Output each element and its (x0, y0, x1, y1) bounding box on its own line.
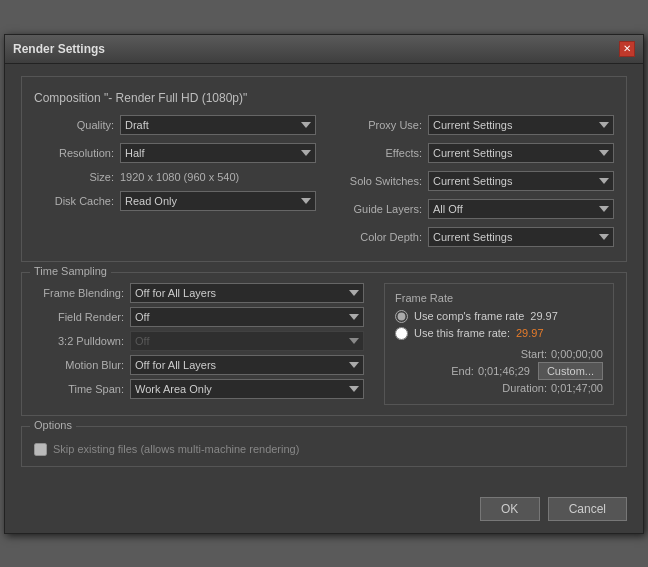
time-sampling-title: Time Sampling (30, 265, 111, 277)
custom-button[interactable]: Custom... (538, 362, 603, 380)
effects-select[interactable]: Current Settings (428, 143, 614, 163)
solo-switches-select-wrapper: Current Settings (428, 171, 614, 191)
start-label: Start: (521, 348, 547, 360)
color-depth-row: Color Depth: Current Settings (332, 227, 614, 247)
quality-row: Quality: Draft (34, 115, 316, 135)
settings-grid: Quality: Draft Resolution: Half (34, 115, 614, 251)
radio-custom-frame-rate[interactable]: Use this frame rate: 29.97 (395, 327, 603, 340)
motion-blur-label: Motion Blur: (34, 359, 124, 371)
skip-files-checkbox[interactable] (34, 443, 47, 456)
quality-label: Quality: (34, 119, 114, 131)
options-body: Skip existing files (allows multi-machin… (34, 437, 614, 456)
radio-comp-rate-input[interactable] (395, 310, 408, 323)
composition-title: Composition "- Render Full HD (1080p)" (34, 87, 614, 105)
duration-row: Duration: 0;01;47;00 (395, 382, 603, 394)
resolution-label: Resolution: (34, 147, 114, 159)
quality-select-wrapper: Draft (120, 115, 316, 135)
frame-rate-title: Frame Rate (395, 292, 603, 304)
proxy-use-select-wrapper: Current Settings (428, 115, 614, 135)
field-render-row: Field Render: Off (34, 307, 364, 327)
proxy-use-row: Proxy Use: Current Settings (332, 115, 614, 135)
frame-rate-panel: Frame Rate Use comp's frame rate 29.97 U… (384, 283, 614, 405)
time-span-select-wrapper: Work Area Only (130, 379, 364, 399)
pulldown-row: 3:2 Pulldown: Off (34, 331, 364, 351)
resolution-row: Resolution: Half (34, 143, 316, 163)
custom-frame-rate-value: 29.97 (516, 327, 544, 339)
end-label: End: (451, 365, 474, 377)
field-render-select-wrapper: Off (130, 307, 364, 327)
size-label: Size: (34, 171, 114, 183)
solo-switches-select[interactable]: Current Settings (428, 171, 614, 191)
resolution-select-wrapper: Half (120, 143, 316, 163)
time-span-select[interactable]: Work Area Only (130, 379, 364, 399)
color-depth-select-wrapper: Current Settings (428, 227, 614, 247)
close-button[interactable]: ✕ (619, 41, 635, 57)
effects-select-wrapper: Current Settings (428, 143, 614, 163)
guide-layers-label: Guide Layers: (332, 203, 422, 215)
render-settings-dialog: Render Settings ✕ Composition "- Render … (4, 34, 644, 534)
proxy-use-select[interactable]: Current Settings (428, 115, 614, 135)
radio-custom-rate-input[interactable] (395, 327, 408, 340)
skip-files-row: Skip existing files (allows multi-machin… (34, 443, 614, 456)
guide-layers-select-wrapper: All Off (428, 199, 614, 219)
time-sampling-layout: Frame Blending: Off for All Layers Field… (34, 283, 614, 405)
duration-value: 0;01;47;00 (551, 382, 603, 394)
right-settings: Proxy Use: Current Settings Effects: Cur… (332, 115, 614, 251)
frame-blending-label: Frame Blending: (34, 287, 124, 299)
pulldown-label: 3:2 Pulldown: (34, 335, 124, 347)
start-value: 0;00;00;00 (551, 348, 603, 360)
frame-blending-select-wrapper: Off for All Layers (130, 283, 364, 303)
disk-cache-select-wrapper: Read Only (120, 191, 316, 211)
motion-blur-row: Motion Blur: Off for All Layers (34, 355, 364, 375)
dialog-title: Render Settings (13, 42, 105, 56)
radio-custom-rate-label: Use this frame rate: (414, 327, 510, 339)
composition-section: Composition "- Render Full HD (1080p)" Q… (21, 76, 627, 262)
size-row: Size: 1920 x 1080 (960 x 540) (34, 171, 316, 183)
time-span-row: Time Span: Work Area Only (34, 379, 364, 399)
proxy-use-label: Proxy Use: (332, 119, 422, 131)
frame-blending-select[interactable]: Off for All Layers (130, 283, 364, 303)
options-title: Options (30, 419, 76, 431)
color-depth-label: Color Depth: (332, 231, 422, 243)
guide-layers-select[interactable]: All Off (428, 199, 614, 219)
motion-blur-select[interactable]: Off for All Layers (130, 355, 364, 375)
duration-label: Duration: (502, 382, 547, 394)
time-sampling-left: Frame Blending: Off for All Layers Field… (34, 283, 374, 405)
title-bar: Render Settings ✕ (5, 35, 643, 64)
disk-cache-label: Disk Cache: (34, 195, 114, 207)
effects-label: Effects: (332, 147, 422, 159)
time-span-label: Time Span: (34, 383, 124, 395)
color-depth-select[interactable]: Current Settings (428, 227, 614, 247)
options-section: Options Skip existing files (allows mult… (21, 426, 627, 467)
timing-info: Start: 0;00;00;00 End: 0;01;46;29 Custom… (395, 348, 603, 394)
time-sampling-section: Time Sampling Frame Blending: Off for Al… (21, 272, 627, 416)
disk-cache-select[interactable]: Read Only (120, 191, 316, 211)
field-render-label: Field Render: (34, 311, 124, 323)
start-row: Start: 0;00;00;00 (395, 348, 603, 360)
radio-comp-rate-label: Use comp's frame rate (414, 310, 524, 322)
skip-files-label: Skip existing files (allows multi-machin… (53, 443, 299, 455)
pulldown-select[interactable]: Off (130, 331, 364, 351)
button-row: OK Cancel (5, 489, 643, 533)
quality-select[interactable]: Draft (120, 115, 316, 135)
frame-blending-row: Frame Blending: Off for All Layers (34, 283, 364, 303)
end-value: 0;01;46;29 (478, 365, 530, 377)
comp-frame-rate-value: 29.97 (530, 310, 558, 322)
resolution-select[interactable]: Half (120, 143, 316, 163)
cancel-button[interactable]: Cancel (548, 497, 627, 521)
motion-blur-select-wrapper: Off for All Layers (130, 355, 364, 375)
solo-switches-row: Solo Switches: Current Settings (332, 171, 614, 191)
size-value: 1920 x 1080 (960 x 540) (120, 171, 239, 183)
guide-layers-row: Guide Layers: All Off (332, 199, 614, 219)
effects-row: Effects: Current Settings (332, 143, 614, 163)
ok-button[interactable]: OK (480, 497, 540, 521)
left-settings: Quality: Draft Resolution: Half (34, 115, 316, 251)
dialog-body: Composition "- Render Full HD (1080p)" Q… (5, 64, 643, 489)
pulldown-select-wrapper: Off (130, 331, 364, 351)
field-render-select[interactable]: Off (130, 307, 364, 327)
disk-cache-row: Disk Cache: Read Only (34, 191, 316, 211)
end-row: End: 0;01;46;29 Custom... (395, 362, 603, 380)
radio-comp-frame-rate[interactable]: Use comp's frame rate 29.97 (395, 310, 603, 323)
solo-switches-label: Solo Switches: (332, 175, 422, 187)
